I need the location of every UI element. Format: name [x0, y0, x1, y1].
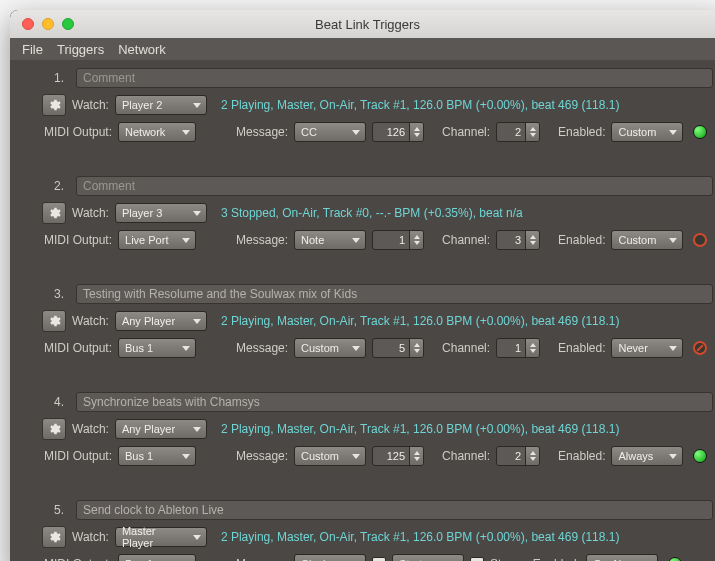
clock-stop-checkbox[interactable] [470, 557, 484, 561]
message-label: Message: [236, 557, 288, 561]
midi-output-label: MIDI Output: [44, 449, 112, 463]
message-value-stepper[interactable]: 1 [372, 230, 424, 250]
midi-output-label: MIDI Output: [44, 557, 112, 561]
status-led-icon [693, 125, 707, 139]
comment-input[interactable] [76, 500, 713, 520]
trigger-index: 1. [22, 71, 70, 85]
status-led-icon [693, 449, 707, 463]
message-select[interactable]: Custom [294, 446, 366, 466]
trigger-row: 3.Watch:Any Player2 Playing, Master, On-… [18, 276, 715, 370]
midi-output-select[interactable]: Bus 1 [118, 554, 196, 561]
trigger-row: 5.Watch:Master Player2 Playing, Master, … [18, 492, 715, 561]
enabled-label: Enabled: [558, 125, 605, 139]
enabled-label: Enabled: [558, 449, 605, 463]
status-led-icon [668, 557, 682, 561]
midi-output-label: MIDI Output: [44, 125, 112, 139]
gear-icon[interactable] [42, 526, 66, 548]
gear-icon[interactable] [42, 202, 66, 224]
trigger-index: 5. [22, 503, 70, 517]
midi-output-select[interactable]: Network [118, 122, 196, 142]
message-value-stepper[interactable]: 125 [372, 446, 424, 466]
midi-output-select[interactable]: Bus 1 [118, 338, 196, 358]
gear-icon[interactable] [42, 94, 66, 116]
midi-output-select[interactable]: Live Port [118, 230, 196, 250]
message-label: Message: [236, 125, 288, 139]
app-window: Beat Link Triggers File Triggers Network… [10, 10, 715, 561]
trigger-index: 4. [22, 395, 70, 409]
midi-output-label: MIDI Output: [44, 233, 112, 247]
message-label: Message: [236, 449, 288, 463]
enabled-select[interactable]: On-Air [586, 554, 658, 561]
trigger-row: 2.Watch:Player 33 Stopped, On-Air, Track… [18, 168, 715, 262]
status-led-icon [693, 341, 707, 355]
gear-icon[interactable] [42, 310, 66, 332]
trigger-index: 3. [22, 287, 70, 301]
channel-label: Channel: [442, 233, 490, 247]
status-text: 2 Playing, Master, On-Air, Track #1, 126… [221, 98, 620, 112]
message-value-stepper[interactable]: 5 [372, 338, 424, 358]
message-label: Message: [236, 233, 288, 247]
trigger-index: 2. [22, 179, 70, 193]
enabled-select[interactable]: Custom [611, 230, 683, 250]
enabled-select[interactable]: Always [611, 446, 683, 466]
menu-file[interactable]: File [22, 42, 43, 57]
enabled-select[interactable]: Never [611, 338, 683, 358]
channel-label: Channel: [442, 449, 490, 463]
trigger-list: 1.Watch:Player 22 Playing, Master, On-Ai… [10, 60, 715, 561]
channel-label: Channel: [442, 341, 490, 355]
watch-label: Watch: [72, 422, 109, 436]
enabled-label: Enabled: [558, 341, 605, 355]
watch-label: Watch: [72, 530, 109, 544]
channel-stepper[interactable]: 3 [496, 230, 540, 250]
clock-start-checkbox[interactable] [372, 557, 386, 561]
message-select[interactable]: CC [294, 122, 366, 142]
enabled-label: Enabled: [533, 557, 580, 561]
status-text: 2 Playing, Master, On-Air, Track #1, 126… [221, 422, 620, 436]
status-text: 3 Stopped, On-Air, Track #0, --.- BPM (+… [221, 206, 523, 220]
enabled-select[interactable]: Custom [611, 122, 683, 142]
gear-icon[interactable] [42, 418, 66, 440]
enabled-label: Enabled: [558, 233, 605, 247]
clock-start-select[interactable]: Start [392, 554, 464, 561]
message-value-stepper[interactable]: 126 [372, 122, 424, 142]
titlebar: Beat Link Triggers [10, 10, 715, 38]
watch-label: Watch: [72, 98, 109, 112]
status-led-icon [693, 233, 707, 247]
message-label: Message: [236, 341, 288, 355]
menu-network[interactable]: Network [118, 42, 166, 57]
midi-output-select[interactable]: Bus 1 [118, 446, 196, 466]
message-select[interactable]: Note [294, 230, 366, 250]
watch-select[interactable]: Player 2 [115, 95, 207, 115]
menu-triggers[interactable]: Triggers [57, 42, 104, 57]
channel-stepper[interactable]: 1 [496, 338, 540, 358]
midi-output-label: MIDI Output: [44, 341, 112, 355]
message-select[interactable]: Clock [294, 554, 366, 561]
channel-stepper[interactable]: 2 [496, 122, 540, 142]
comment-input[interactable] [76, 176, 713, 196]
watch-select[interactable]: Any Player [115, 419, 207, 439]
comment-input[interactable] [76, 284, 713, 304]
comment-input[interactable] [76, 68, 713, 88]
status-text: 2 Playing, Master, On-Air, Track #1, 126… [221, 314, 620, 328]
watch-select[interactable]: Any Player [115, 311, 207, 331]
message-select[interactable]: Custom [294, 338, 366, 358]
window-title: Beat Link Triggers [10, 17, 715, 32]
watch-label: Watch: [72, 206, 109, 220]
watch-select[interactable]: Player 3 [115, 203, 207, 223]
channel-stepper[interactable]: 2 [496, 446, 540, 466]
comment-input[interactable] [76, 392, 713, 412]
watch-select[interactable]: Master Player [115, 527, 207, 547]
trigger-row: 1.Watch:Player 22 Playing, Master, On-Ai… [18, 60, 715, 154]
trigger-row: 4.Watch:Any Player2 Playing, Master, On-… [18, 384, 715, 478]
channel-label: Channel: [442, 125, 490, 139]
clock-stop-label: Stop [490, 557, 515, 561]
watch-label: Watch: [72, 314, 109, 328]
menubar: File Triggers Network [10, 38, 715, 60]
status-text: 2 Playing, Master, On-Air, Track #1, 126… [221, 530, 620, 544]
